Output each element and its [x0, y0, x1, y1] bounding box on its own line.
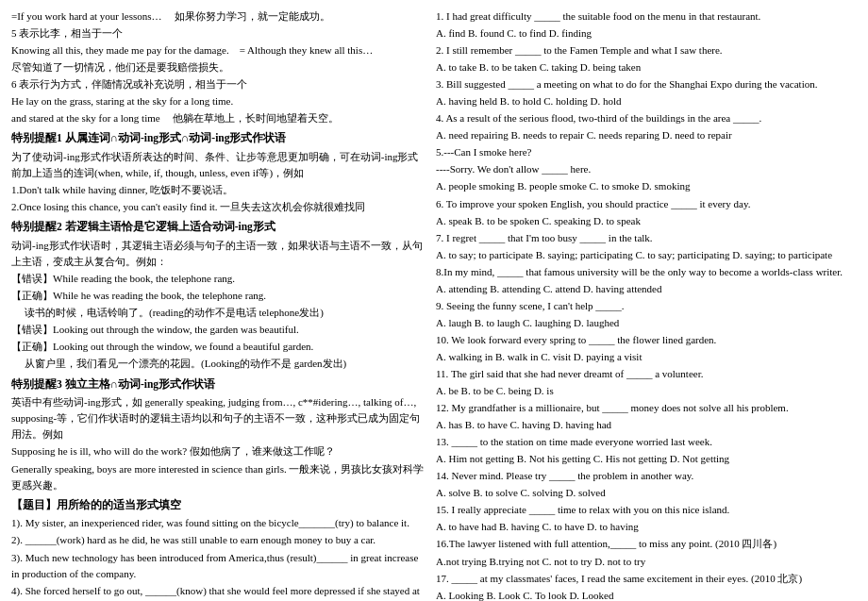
ex3a: 【错误】While reading the book, the telephon… [11, 271, 426, 287]
r-q13ops: A. Him not getting B. Not his getting C.… [436, 451, 857, 467]
section1-title: 特别提醒1 从属连词∩动词-ing形式∩动词-ing形式作状语 [11, 130, 426, 147]
ex4a: 【错误】Looking out through the window, the … [11, 322, 426, 338]
q4-left: 4). She forced herself to go out, ______… [11, 583, 426, 601]
note6-ex-cn: and stared at the sky for a long time 他躺… [11, 110, 426, 126]
r-q1: 1. I had great difficulty _____ the suit… [436, 8, 857, 25]
r-q3ops: A. having held B. to hold C. holding D. … [436, 93, 857, 109]
note6: 6 表示行为方式，伴随情况或补充说明，相当于一个 [11, 76, 426, 92]
right-column: 1. I had great difficulty _____ the suit… [436, 8, 857, 601]
ex3cn: 读书的时候，电话铃响了。(reading的动作不是电话 telephone发出) [11, 305, 426, 321]
note5-cn2: 尽管知道了一切情况，他们还是要我赔偿损失。 [11, 59, 426, 75]
section3-body: 英语中有些动词-ing形式，如 generally speaking, judg… [11, 394, 426, 442]
r-q5b: ----Sorry. We don't allow _____ here. [436, 161, 857, 177]
r-q11ops: A. be B. to be C. being D. is [436, 383, 857, 399]
ex3b: 【正确】While he was reading the book, the t… [11, 288, 426, 304]
section1-ex1: 1.Don't talk while having dinner, 吃饭时不要说… [11, 182, 426, 198]
section3-title: 特别提醒3 独立主格∩动词-ing形式作状语 [11, 376, 426, 393]
r-q10: 10. We look forward every spring to ____… [436, 332, 857, 348]
r-q5: 5.---Can I smoke here? [436, 144, 857, 160]
ex5: Supposing he is ill, who will do the wor… [11, 443, 426, 459]
section2-title: 特别提醒2 若逻辑主语恰是它逻辑上适合动词-ing形式 [11, 219, 426, 236]
section2-body: 动词-ing形式作状语时，其逻辑主语必须与句子的主语一致，如果状语与主语不一致，… [11, 238, 426, 270]
r-q17: 17. _____ at my classmates' faces, I rea… [436, 571, 857, 587]
ex6: Generally speaking, boys are more intere… [11, 461, 426, 493]
r-q16: 16.The lawyer listened with full attenti… [436, 536, 857, 552]
r-q14ops: A. solve B. to solve C. solving D. solve… [436, 485, 857, 501]
r-q5ops: A. people smoking B. people smoke C. to … [436, 178, 857, 194]
left-column: =If you work hard at your lessons… 如果你努力… [11, 8, 426, 601]
r-q17ops: A. Looking B. Look C. To look D. Looked [436, 588, 857, 601]
ex4cn: 从窗户里，我们看见一个漂亮的花园。(Looking的动作不是 garden发出) [11, 356, 426, 372]
section1-body: 为了使动词-ing形式作状语所表达的时间、条件、让步等意思更加明确，可在动词-i… [11, 149, 426, 181]
r-q11: 11. The girl said that she had never dre… [436, 366, 857, 382]
r-q8: 8.In my mind, _____ that famous universi… [436, 264, 857, 280]
r-q6ops: A. speak B. to be spoken C. speaking D. … [436, 213, 857, 229]
r-q7ops: A. to say; to participate B. saying; par… [436, 247, 857, 263]
r-q14: 14. Never mind. Please try _____ the pro… [436, 468, 857, 484]
note5: 5 表示比李，相当于一个 [11, 25, 426, 42]
r-q6: 6. To improve your spoken English, you s… [436, 196, 857, 212]
r-q15: 15. I really appreciate _____ time to re… [436, 502, 857, 518]
r-q8ops: A. attending B. attending C. attend D. h… [436, 281, 857, 297]
r-q2: 2. I still remember _____ to the Famen T… [436, 42, 857, 58]
r-q1ops: A. find B. found C. to find D. finding [436, 25, 857, 42]
r-q10ops: A. walking in B. walk in C. visit D. pay… [436, 349, 857, 365]
r-q3: 3. Bill suggested _____ a meeting on wha… [436, 76, 857, 92]
r-q4: 4. As a result of the serious flood, two… [436, 110, 857, 126]
section1-ex2: 2.Once losing this chance, you can't eas… [11, 199, 426, 215]
q3-left: 3). Much new technology has been introdu… [11, 550, 426, 582]
r-q15ops: A. to have had B. having C. to have D. t… [436, 519, 857, 535]
r-q2ops: A. to take B. to be taken C. taking D. b… [436, 59, 857, 75]
q2-left: 2). ______(work) hard as he did, he was … [11, 532, 426, 548]
ex4b: 【正确】Looking out through the window, we f… [11, 339, 426, 355]
note5-eq: Knowing all this, they made me pay for t… [11, 42, 426, 58]
r-q16ops: A.not trying B.trying not C. not to try … [436, 554, 857, 570]
r-q12ops: A. has B. to have C. having D. having ha… [436, 417, 857, 433]
r-q4ops: A. need repairing B. needs to repair C. … [436, 127, 857, 143]
r-q7: 7. I regret _____ that I'm too busy ____… [436, 230, 857, 246]
q1-left: 1). My sister, an inexperienced rider, w… [11, 515, 426, 531]
note6-ex: He lay on the grass, staring at the sky … [11, 93, 426, 109]
r-q13: 13. _____ to the station on time made ev… [436, 434, 857, 450]
intro-line: =If you work hard at your lessons… 如果你努力… [11, 8, 426, 25]
r-q12: 12. My grandfather is a millionaire, but… [436, 400, 857, 416]
r-q9ops: A. laugh B. to laugh C. laughing D. laug… [436, 315, 857, 331]
exercises-title: 【题目】用所给的的适当形式填空 [11, 497, 426, 514]
r-q9: 9. Seeing the funny scene, I can't help … [436, 298, 857, 314]
